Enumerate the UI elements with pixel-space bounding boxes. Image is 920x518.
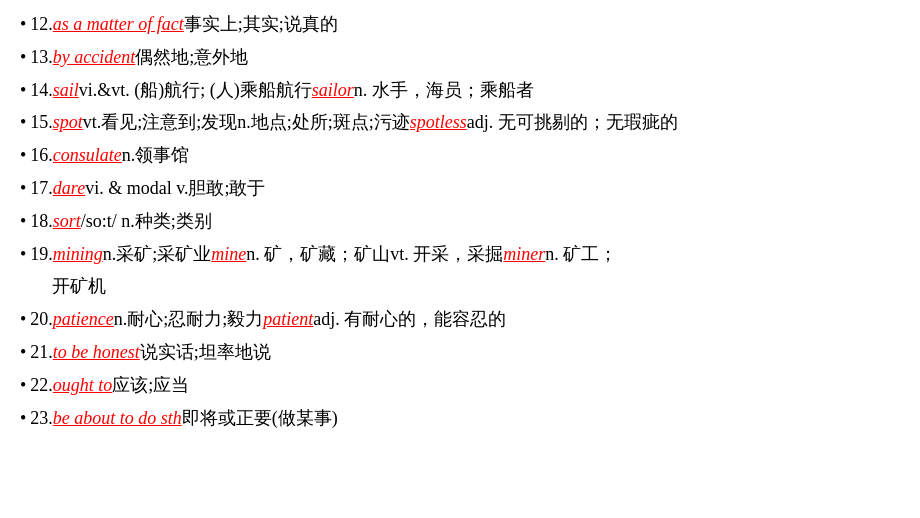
bullet: • [20,305,26,334]
item-number: 13. [30,43,53,72]
item-number: 21. [30,338,53,367]
list-item: • 16.consulaten.领事馆 [20,141,900,170]
definition: vi.&vt. (船)航行; (人)乘船航行 [79,76,312,105]
vocabulary-list: • 12.as a matter of fact事实上;其实;说真的• 13.b… [20,10,900,432]
definition: n.领事馆 [122,141,190,170]
item-number: 23. [30,404,53,433]
keyword: spotless [410,108,467,137]
definition: adj. 无可挑剔的；无瑕疵的 [467,108,678,137]
keyword: mine [211,240,246,269]
list-item: • 18.sort/so:t/ n.种类;类别 [20,207,900,236]
keyword: spot [53,108,83,137]
item-number: 19. [30,240,53,269]
keyword: as a matter of fact [53,10,184,39]
definition: /so:t/ n.种类;类别 [81,207,212,236]
bullet: • [20,404,26,433]
bullet: • [20,43,26,72]
item-number: 18. [30,207,53,236]
bullet: • [20,76,26,105]
bullet: • [20,371,26,400]
bullet: • [20,174,26,203]
definition: 即将或正要(做某事) [182,404,338,433]
list-item: • 22.ought to应该;应当 [20,371,900,400]
item-number: 15. [30,108,53,137]
list-item: • 20.patience n.耐心;忍耐力;毅力 patientadj. 有耐… [20,305,900,334]
list-item: • 15.spotvt.看见;注意到;发现n.地点;处所;斑点;污迹spotle… [20,108,900,137]
keyword: to be honest [53,338,140,367]
item-number: 17. [30,174,53,203]
definition: n. 矿工； [545,240,617,269]
bullet: • [20,108,26,137]
definition: vt.看见;注意到;发现n.地点;处所;斑点;污迹 [83,108,410,137]
list-item: • 14.sail vi.&vt. (船)航行; (人)乘船航行sailorn.… [20,76,900,105]
item-number: 16. [30,141,53,170]
definition: n. 水手，海员；乘船者 [354,76,534,105]
keyword: by accident [53,43,135,72]
item-number: 12. [30,10,53,39]
bullet: • [20,338,26,367]
list-item: • 12.as a matter of fact事实上;其实;说真的 [20,10,900,39]
definition: 说实话;坦率地说 [140,338,271,367]
keyword: patient [263,305,313,334]
list-item-continuation: 开矿机 [20,272,900,301]
keyword: sail [53,76,79,105]
list-item: • 21.to be honest说实话;坦率地说 [20,338,900,367]
bullet: • [20,141,26,170]
keyword: dare [53,174,85,203]
keyword: sort [53,207,81,236]
bullet: • [20,207,26,236]
definition: n. 矿，矿藏；矿山vt. 开采，采掘 [246,240,503,269]
keyword: miner [503,240,545,269]
definition: 应该;应当 [112,371,189,400]
list-item: • 17.dare vi. & modal v.胆敢;敢于 [20,174,900,203]
keyword: patience [53,305,114,334]
item-number: 20. [30,305,53,334]
definition: 事实上;其实;说真的 [184,10,338,39]
keyword: consulate [53,141,122,170]
bullet: • [20,10,26,39]
definition: vi. & modal v.胆敢;敢于 [85,174,265,203]
item-number: 14. [30,76,53,105]
bullet: • [20,240,26,269]
list-item: • 13.by accident偶然地;意外地 [20,43,900,72]
definition: adj. 有耐心的，能容忍的 [313,305,506,334]
list-item: • 19.mining n.采矿;采矿业mine n. 矿，矿藏；矿山vt. 开… [20,240,900,269]
keyword: mining [53,240,103,269]
keyword: ought to [53,371,113,400]
list-item: • 23.be about to do sth即将或正要(做某事) [20,404,900,433]
definition: n.耐心;忍耐力;毅力 [114,305,264,334]
keyword: sailor [312,76,354,105]
keyword: be about to do sth [53,404,182,433]
definition: 偶然地;意外地 [135,43,248,72]
definition: n.采矿;采矿业 [103,240,212,269]
item-number: 22. [30,371,53,400]
